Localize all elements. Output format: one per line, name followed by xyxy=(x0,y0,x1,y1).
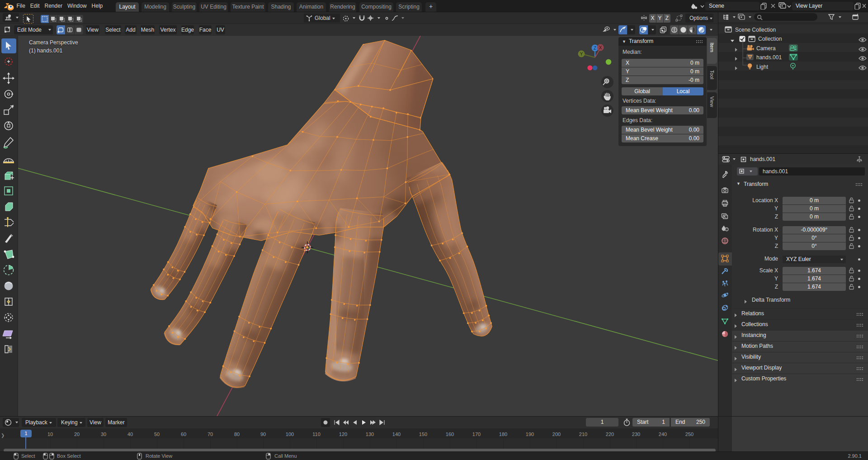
svg-text:Z: Z xyxy=(594,46,596,51)
svg-text:X: X xyxy=(599,45,602,50)
svg-text:Y: Y xyxy=(580,52,583,57)
